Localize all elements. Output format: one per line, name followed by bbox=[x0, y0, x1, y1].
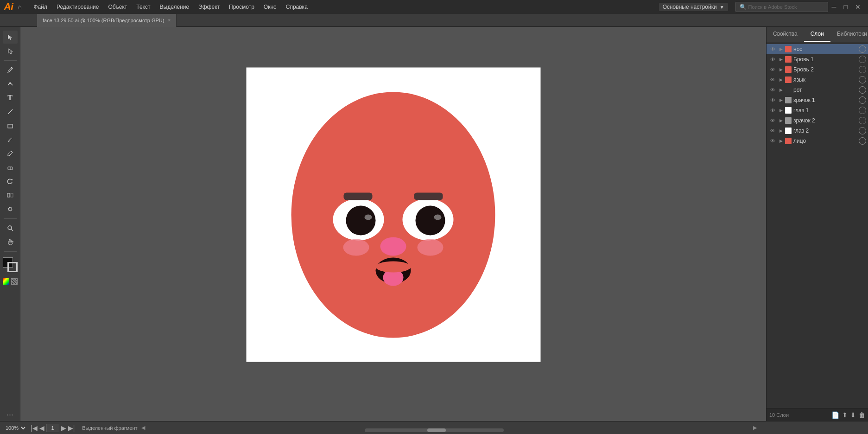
tab-properties[interactable]: Свойства bbox=[767, 27, 804, 42]
merge-layers-button[interactable]: ⬇ bbox=[850, 411, 856, 419]
layer-target-button[interactable] bbox=[859, 45, 866, 53]
scrollbar-thumb[interactable] bbox=[427, 428, 446, 432]
mirror-tool[interactable] bbox=[3, 189, 18, 202]
move-to-layer-button[interactable]: ⬆ bbox=[842, 411, 848, 419]
workspace-selector[interactable]: Основные настройки ▼ bbox=[659, 3, 728, 11]
layer-target-button[interactable] bbox=[859, 66, 866, 73]
gradient-icon[interactable] bbox=[11, 278, 18, 285]
rect-tool[interactable] bbox=[3, 119, 18, 132]
eraser-tool[interactable] bbox=[3, 161, 18, 174]
restore-button[interactable]: □ bbox=[840, 3, 851, 11]
new-layer-button[interactable]: 📄 bbox=[831, 411, 839, 419]
color-mode-icon[interactable] bbox=[3, 278, 9, 285]
layer-visibility-toggle[interactable]: 👁 bbox=[768, 45, 777, 53]
next-artboard-button[interactable]: ▶ bbox=[61, 424, 66, 432]
svg-point-0 bbox=[11, 67, 12, 69]
layer-row[interactable]: 👁 ▶ Бровь 1 bbox=[767, 54, 868, 64]
layer-expand-arrow[interactable]: ▶ bbox=[778, 56, 784, 63]
layer-expand-arrow[interactable]: ▶ bbox=[778, 97, 784, 103]
tab-close-button[interactable]: × bbox=[168, 14, 171, 27]
fill-stroke-colors[interactable] bbox=[2, 256, 19, 273]
menu-help[interactable]: Справка bbox=[281, 0, 312, 14]
layer-name-label: Бровь 2 bbox=[792, 66, 858, 73]
type-tool[interactable]: T bbox=[3, 91, 18, 104]
layer-expand-arrow[interactable]: ▶ bbox=[778, 138, 784, 144]
layer-target-button[interactable] bbox=[859, 76, 866, 83]
pencil-tool[interactable] bbox=[3, 147, 18, 160]
rotate-tool[interactable] bbox=[3, 175, 18, 188]
tab-layers[interactable]: Слои bbox=[804, 27, 830, 42]
artboard-navigation: |◀ ◀ ▶ ▶| bbox=[31, 424, 75, 432]
pen-tool[interactable] bbox=[3, 64, 18, 77]
zoom-tool[interactable] bbox=[3, 222, 18, 235]
layer-visibility-toggle[interactable]: 👁 bbox=[768, 106, 777, 115]
search-box[interactable]: 🔍 Поиск в Adobe Stock bbox=[735, 2, 828, 12]
menu-edit[interactable]: Редактирование bbox=[52, 0, 103, 14]
layer-target-button[interactable] bbox=[859, 56, 866, 63]
layer-visibility-toggle[interactable]: 👁 bbox=[768, 55, 777, 64]
direct-select-tool[interactable] bbox=[3, 45, 18, 57]
curvature-tool[interactable] bbox=[3, 77, 18, 90]
layer-expand-arrow[interactable]: ▶ bbox=[778, 117, 784, 124]
layer-visibility-toggle[interactable]: 👁 bbox=[768, 86, 777, 94]
minimize-button[interactable]: ─ bbox=[828, 3, 840, 11]
layer-visibility-toggle[interactable]: 👁 bbox=[768, 127, 777, 135]
layer-expand-arrow[interactable]: ▶ bbox=[778, 107, 784, 114]
menu-object[interactable]: Объект bbox=[103, 0, 132, 14]
layer-target-button[interactable] bbox=[859, 96, 866, 104]
last-artboard-button[interactable]: ▶| bbox=[68, 424, 75, 432]
layer-expand-arrow[interactable]: ▶ bbox=[778, 128, 784, 134]
app-logo: Ai bbox=[4, 1, 13, 13]
scroll-arrow-left[interactable]: ◀ bbox=[141, 425, 145, 431]
layer-visibility-toggle[interactable]: 👁 bbox=[768, 116, 777, 125]
paintbrush-tool[interactable] bbox=[3, 133, 18, 146]
svg-line-4 bbox=[11, 151, 13, 153]
layer-row[interactable]: 👁 ▶ язык bbox=[767, 75, 868, 85]
layer-expand-arrow[interactable]: ▶ bbox=[778, 87, 784, 93]
layer-row[interactable]: 👁 ▶ нос bbox=[767, 44, 868, 54]
layer-visibility-toggle[interactable]: 👁 bbox=[768, 96, 777, 104]
layer-visibility-toggle[interactable]: 👁 bbox=[768, 76, 777, 84]
line-tool[interactable] bbox=[3, 105, 18, 118]
layer-expand-arrow[interactable]: ▶ bbox=[778, 66, 784, 73]
layer-row[interactable]: 👁 ▶ лицо bbox=[767, 136, 868, 146]
layer-row[interactable]: 👁 ▶ зрачок 1 bbox=[767, 95, 868, 105]
stroke-color[interactable] bbox=[7, 262, 18, 272]
layer-target-button[interactable] bbox=[859, 137, 866, 145]
horizontal-scrollbar[interactable] bbox=[365, 428, 504, 432]
scroll-arrow-right[interactable]: ▶ bbox=[753, 425, 757, 431]
layer-target-button[interactable] bbox=[859, 86, 866, 94]
layer-row[interactable]: 👁 ▶ Бровь 2 bbox=[767, 64, 868, 75]
artboard-number-input[interactable] bbox=[46, 424, 59, 432]
layer-row[interactable]: 👁 ▶ глаз 1 bbox=[767, 105, 868, 115]
more-tools-button[interactable]: ··· bbox=[3, 408, 18, 421]
layer-visibility-toggle[interactable]: 👁 bbox=[768, 137, 777, 145]
zoom-selector[interactable]: 100% 50% 200% bbox=[4, 425, 27, 431]
menu-select[interactable]: Выделение bbox=[155, 0, 194, 14]
layer-expand-arrow[interactable]: ▶ bbox=[778, 46, 784, 52]
layer-target-button[interactable] bbox=[859, 107, 866, 114]
home-icon[interactable]: ⌂ bbox=[18, 3, 21, 11]
warp-tool[interactable] bbox=[3, 203, 18, 216]
select-tool[interactable] bbox=[3, 31, 18, 44]
layer-target-button[interactable] bbox=[859, 117, 866, 124]
menu-effect[interactable]: Эффект bbox=[194, 0, 224, 14]
menu-file[interactable]: Файл bbox=[29, 0, 52, 14]
menu-text[interactable]: Текст bbox=[132, 0, 155, 14]
tab-libraries[interactable]: Библиотеки bbox=[830, 27, 868, 42]
first-artboard-button[interactable]: |◀ bbox=[31, 424, 38, 432]
menu-view[interactable]: Просмотр bbox=[224, 0, 259, 14]
layer-expand-arrow[interactable]: ▶ bbox=[778, 77, 784, 83]
menu-window[interactable]: Окно bbox=[259, 0, 281, 14]
prev-artboard-button[interactable]: ◀ bbox=[39, 424, 44, 432]
layer-target-button[interactable] bbox=[859, 127, 866, 134]
artboard bbox=[246, 68, 540, 362]
layer-row[interactable]: 👁 ▶ зрачок 2 bbox=[767, 115, 868, 126]
layer-row[interactable]: 👁 ▶ рот bbox=[767, 85, 868, 95]
document-tab[interactable]: face 13.29.50.ai @ 100% (RGB/Предпросмот… bbox=[37, 14, 177, 27]
delete-layer-button[interactable]: 🗑 bbox=[859, 411, 865, 419]
hand-tool[interactable] bbox=[3, 236, 18, 249]
close-button[interactable]: ✕ bbox=[851, 3, 864, 11]
layer-visibility-toggle[interactable]: 👁 bbox=[768, 65, 777, 74]
layer-row[interactable]: 👁 ▶ глаз 2 bbox=[767, 126, 868, 136]
